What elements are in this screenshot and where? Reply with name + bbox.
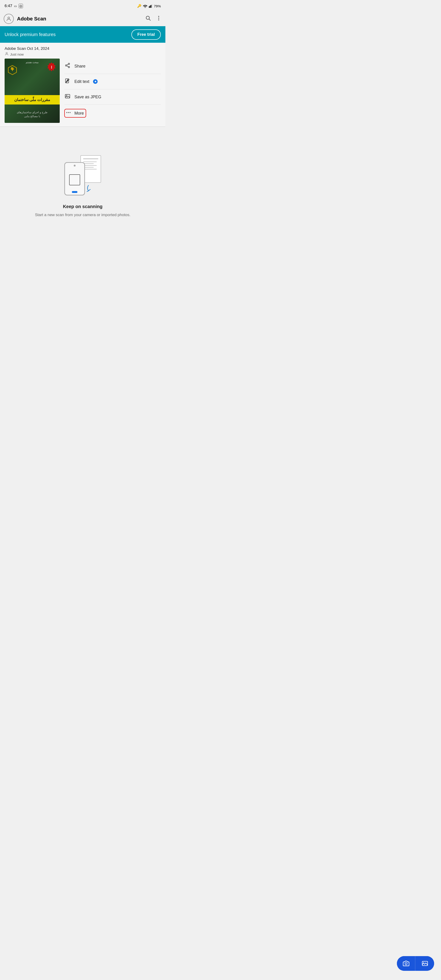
wifi-icon xyxy=(143,4,148,8)
document-thumbnail[interactable]: مبحث هشتم ا مقررات ملّی ساختمان xyxy=(5,59,60,123)
svg-point-23 xyxy=(70,112,70,113)
thumb-bottom-text: طرح و اجرای ساختمان‌های با مصالح بنایی xyxy=(5,110,60,118)
svg-point-7 xyxy=(158,16,159,17)
premium-banner: Unlock premium features Free trial xyxy=(0,26,166,43)
instagram-icon: ◎ xyxy=(19,4,23,8)
more-label: More xyxy=(75,111,84,116)
action-list: Share Edit text ★ xyxy=(64,59,161,122)
person-icon xyxy=(5,52,9,57)
share-icon xyxy=(64,63,71,70)
share-action[interactable]: Share xyxy=(64,59,161,74)
premium-badge: ★ xyxy=(93,79,98,84)
doc-line-3 xyxy=(83,165,97,166)
image-icon xyxy=(64,94,71,100)
status-left: 6:47 ▭ ◎ xyxy=(5,4,23,8)
thumb-badge-right: ا xyxy=(46,62,57,74)
svg-rect-2 xyxy=(151,5,151,8)
save-jpeg-action[interactable]: Save as JPEG xyxy=(64,89,161,105)
svg-point-4 xyxy=(8,17,10,19)
share-label: Share xyxy=(75,64,86,69)
document-title: Adobe Scan Oct 14, 2024 xyxy=(5,46,161,51)
svg-point-9 xyxy=(158,19,159,20)
signal-icon xyxy=(149,4,153,8)
svg-rect-0 xyxy=(149,6,150,8)
empty-state-subtitle: Start a new scan from your camera or imp… xyxy=(35,212,131,218)
key-icon: 🔑 xyxy=(137,4,142,8)
edit-icon xyxy=(64,78,71,85)
edit-text-action[interactable]: Edit text ★ xyxy=(64,74,161,89)
document-metadata: Adobe Scan Oct 14, 2024 Just now xyxy=(5,46,161,57)
scan-arrow xyxy=(86,183,98,194)
svg-point-10 xyxy=(6,52,7,54)
free-trial-button[interactable]: Free trial xyxy=(131,29,161,40)
svg-point-20 xyxy=(66,95,67,96)
avatar[interactable] xyxy=(4,14,14,24)
more-dots-icon xyxy=(65,110,72,117)
edit-text-label: Edit text xyxy=(75,79,89,84)
app-bar: Adobe Scan xyxy=(0,11,166,26)
empty-state: Keep on scanning Start a new scan from y… xyxy=(0,127,166,237)
phone-camera xyxy=(74,165,76,167)
svg-text:ا: ا xyxy=(51,65,52,69)
sim-icon: ▭ xyxy=(14,4,17,8)
thumb-main-text: مقررات ملّی ساختمان xyxy=(7,97,57,102)
doc-line-5 xyxy=(83,169,97,170)
document-section: Adobe Scan Oct 14, 2024 Just now مبحث هش… xyxy=(0,43,166,127)
svg-line-17 xyxy=(67,66,68,67)
timestamp-label: Just now xyxy=(10,52,24,56)
status-bar: 6:47 ▭ ◎ 🔑 79% xyxy=(0,0,166,11)
svg-line-6 xyxy=(149,19,150,21)
svg-line-16 xyxy=(67,64,68,65)
save-jpeg-label: Save as JPEG xyxy=(75,95,101,99)
search-button[interactable] xyxy=(145,15,151,22)
app-title: Adobe Scan xyxy=(17,16,145,22)
svg-rect-19 xyxy=(65,94,70,98)
svg-point-21 xyxy=(66,112,67,113)
svg-point-8 xyxy=(158,18,159,19)
more-button-highlight[interactable]: More xyxy=(64,109,86,118)
thumb-bottom-line2: با مصالح بنایی xyxy=(5,115,60,118)
document-timestamp: Just now xyxy=(5,52,161,57)
more-action[interactable]: More xyxy=(64,105,161,122)
phone-outline xyxy=(64,162,85,196)
scan-illustration xyxy=(64,155,101,197)
battery-display: 79% xyxy=(154,4,161,8)
doc-line-header xyxy=(83,159,98,159)
phone-home-btn xyxy=(72,191,77,193)
document-card: مبحث هشتم ا مقررات ملّی ساختمان xyxy=(5,59,161,127)
phone-scan-square xyxy=(69,174,80,185)
svg-rect-3 xyxy=(151,4,152,8)
app-bar-actions xyxy=(145,15,162,22)
time-display: 6:47 xyxy=(5,4,12,8)
svg-point-22 xyxy=(68,112,69,113)
thumb-bottom-line1: طرح و اجرای ساختمان‌های xyxy=(5,110,60,115)
search-icon xyxy=(145,15,151,21)
svg-rect-1 xyxy=(150,5,150,8)
status-right: 🔑 79% xyxy=(137,4,161,8)
more-vert-icon xyxy=(156,15,162,21)
thumb-yellow-band: مقررات ملّی ساختمان xyxy=(5,95,60,105)
thumb-badge-left xyxy=(8,65,17,76)
banner-text: Unlock premium features xyxy=(5,32,56,37)
doc-line-1 xyxy=(83,161,97,162)
doc-lines xyxy=(83,161,98,170)
overflow-menu-button[interactable] xyxy=(156,15,162,22)
empty-state-title: Keep on scanning xyxy=(63,204,102,209)
